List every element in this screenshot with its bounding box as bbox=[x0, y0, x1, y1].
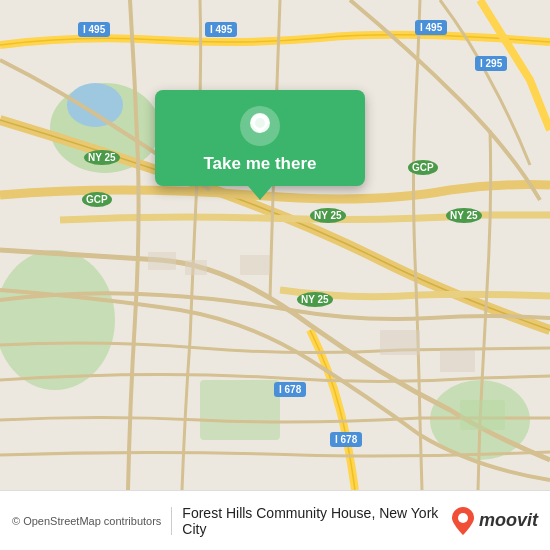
road-badge-gcp-e: GCP bbox=[408, 160, 438, 175]
road-badge-i678-lower: I 678 bbox=[330, 432, 362, 447]
svg-point-2 bbox=[0, 250, 115, 390]
svg-rect-8 bbox=[240, 255, 270, 275]
road-badge-i295: I 295 bbox=[475, 56, 507, 71]
road-badge-i495-mid: I 495 bbox=[205, 22, 237, 37]
moovit-logo: moovit bbox=[452, 507, 538, 535]
road-badge-i495-ne: I 495 bbox=[415, 20, 447, 35]
road-badge-i678-mid: I 678 bbox=[274, 382, 306, 397]
map-svg bbox=[0, 0, 550, 490]
road-badge-i495-nw: I 495 bbox=[78, 22, 110, 37]
svg-point-15 bbox=[458, 513, 468, 523]
copyright-text: © OpenStreetMap contributors bbox=[12, 515, 161, 527]
road-badge-ny25-lower: NY 25 bbox=[297, 292, 333, 307]
map-popup[interactable]: Take me there bbox=[155, 90, 365, 186]
road-badge-gcp-w: GCP bbox=[82, 192, 112, 207]
svg-rect-7 bbox=[185, 260, 207, 275]
bottom-divider bbox=[171, 507, 172, 535]
svg-rect-11 bbox=[460, 400, 505, 430]
svg-rect-10 bbox=[440, 350, 475, 372]
popup-label: Take me there bbox=[203, 154, 316, 174]
location-name: Forest Hills Community House, New York C… bbox=[182, 505, 442, 537]
svg-rect-9 bbox=[380, 330, 420, 355]
location-pin-icon bbox=[238, 104, 282, 148]
moovit-pin-icon bbox=[452, 507, 474, 535]
map-area: I 495 I 495 I 495 I 295 NY 25 GCP GCP NY… bbox=[0, 0, 550, 490]
road-badge-ny25-e: NY 25 bbox=[446, 208, 482, 223]
svg-rect-4 bbox=[200, 380, 280, 440]
road-badge-ny25-mid: NY 25 bbox=[310, 208, 346, 223]
bottom-bar: © OpenStreetMap contributors Forest Hill… bbox=[0, 490, 550, 550]
svg-rect-6 bbox=[148, 252, 176, 270]
svg-point-5 bbox=[67, 83, 123, 127]
moovit-brand-name: moovit bbox=[479, 510, 538, 531]
road-badge-ny25-w: NY 25 bbox=[84, 150, 120, 165]
